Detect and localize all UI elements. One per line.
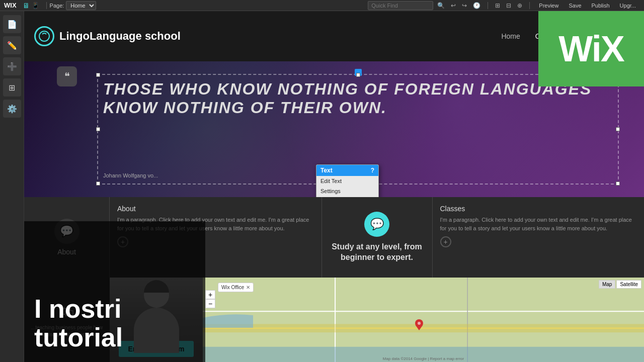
about-section-title: About	[117, 205, 314, 213]
site-logo: LingoLanguage school	[34, 26, 181, 46]
map-wix-popup: Wix Office ✕	[218, 283, 254, 292]
bottom-map: Map Satellite + − Wix Office ✕	[203, 278, 644, 362]
resize-handle-tc[interactable]	[356, 73, 360, 77]
toolbar-separator	[46, 2, 47, 9]
history-icon[interactable]: 🕐	[471, 1, 482, 10]
classes-add-button[interactable]: +	[440, 236, 451, 247]
map-popup-close[interactable]: ✕	[246, 285, 250, 290]
logo-svg	[38, 30, 50, 42]
wix-logo-small: WIX	[4, 2, 17, 9]
logo-text: LingoLanguage school	[59, 30, 181, 43]
map-controls: Map Satellite	[599, 280, 641, 289]
sidebar-icon-add[interactable]: ➕	[3, 57, 21, 75]
resize-handle-ml[interactable]	[96, 127, 100, 131]
map-attribution: Map data ©2014 Google | Report a map err…	[204, 356, 643, 361]
context-menu-title: Text	[320, 167, 333, 174]
resize-handle-mr[interactable]	[616, 127, 620, 131]
logo-text-part2: Language school	[90, 30, 181, 42]
context-menu-help[interactable]: ?	[371, 167, 374, 174]
tutorial-overlay: I nostri tutorial	[24, 221, 205, 362]
toolbar-sep3	[529, 2, 530, 9]
upgrade-button[interactable]: Upgr...	[616, 2, 640, 10]
logo-icon	[34, 26, 54, 46]
right-toolbar-buttons: 🔍 ↩ ↪ 🕐 ⊞ ⊟ ⊕ Preview Save Publish Upgr.…	[368, 1, 640, 10]
resize-handle-bl[interactable]	[96, 182, 100, 186]
sidebar-icon-apps[interactable]: ⊞	[3, 78, 21, 97]
left-sidebar: 📄 ✏️ ➕ ⊞ ⚙️	[0, 11, 24, 362]
map-pin	[415, 319, 424, 332]
zoom-icon[interactable]: ⊕	[515, 1, 524, 10]
map-pin-svg	[415, 319, 424, 330]
context-menu-header: Text ?	[316, 165, 378, 176]
toolbar-sep2	[488, 2, 488, 9]
wix-watermark-text: WiX	[558, 28, 623, 69]
sidebar-icon-page[interactable]: 📄	[3, 15, 21, 33]
publish-button[interactable]: Publish	[588, 2, 614, 10]
view-icon[interactable]: ⊞	[493, 1, 502, 10]
speech-bubble-icon: 💬	[364, 212, 389, 237]
sidebar-icon-brush[interactable]: ✏️	[3, 36, 21, 54]
toolbar: WIX 🖥 📱 Page: Home 🔍 ↩ ↪ 🕐 ⊞ ⊟ ⊕ Preview…	[0, 0, 644, 11]
menu-item-edit-text[interactable]: Edit Text	[316, 176, 378, 186]
map-tab-satellite[interactable]: Satellite	[616, 280, 641, 289]
quick-find-input[interactable]	[368, 1, 433, 10]
map-area: Map Satellite + − Wix Office ✕	[203, 278, 644, 362]
wix-watermark: WiX	[538, 11, 644, 86]
svg-marker-9	[416, 325, 423, 330]
map-zoom-controls: + −	[205, 290, 215, 308]
save-button[interactable]: Save	[565, 2, 585, 10]
device-desktop-icon[interactable]: 🖥	[23, 2, 30, 10]
sidebar-icon-settings[interactable]: ⚙️	[3, 100, 21, 118]
classes-title: Classes	[440, 205, 637, 213]
page-selector[interactable]: Home	[66, 1, 96, 10]
undo-button[interactable]: ↩	[449, 1, 458, 10]
page-label: Page:	[50, 3, 64, 9]
context-menu: Text ? Edit Text Settings Add Animation …	[316, 164, 379, 197]
svg-point-10	[418, 322, 421, 325]
about-tagline: Study at any level, from beginner to exp…	[330, 242, 425, 263]
classes-paragraph: I'm a paragraph. Click here to add your …	[440, 216, 637, 232]
menu-item-add-animation[interactable]: Add Animation	[316, 196, 378, 197]
map-wix-office-label: Wix Office	[221, 285, 244, 290]
logo-text-part1: Lingo	[59, 30, 90, 42]
hero-quote-text: THOSE WHO KNOW NOTHING OF FOREIGN LANGUA…	[103, 80, 613, 117]
tutorial-text: I nostri tutorial	[34, 295, 195, 352]
map-zoom-out[interactable]: −	[205, 299, 215, 308]
drag-handle[interactable]: ❝	[57, 66, 77, 86]
resize-handle-tl[interactable]	[96, 73, 100, 77]
device-mobile-icon[interactable]: 📱	[32, 2, 39, 9]
search-icon[interactable]: 🔍	[435, 1, 447, 10]
redo-button[interactable]: ↪	[460, 1, 469, 10]
resize-handle-br[interactable]	[616, 182, 620, 186]
nav-home[interactable]: Home	[501, 32, 520, 40]
map-zoom-in[interactable]: +	[205, 290, 215, 299]
menu-item-settings[interactable]: Settings	[316, 186, 378, 196]
map-tab-map[interactable]: Map	[599, 280, 615, 289]
about-center-panel: 💬 Study at any level, from beginner to e…	[322, 197, 433, 278]
preview-button[interactable]: Preview	[535, 2, 562, 10]
layout-icon[interactable]: ⊟	[504, 1, 513, 10]
about-classes: Classes I'm a paragraph. Click here to a…	[433, 197, 645, 278]
hero-attribution: Johann Wolfgang vo...	[103, 172, 158, 178]
